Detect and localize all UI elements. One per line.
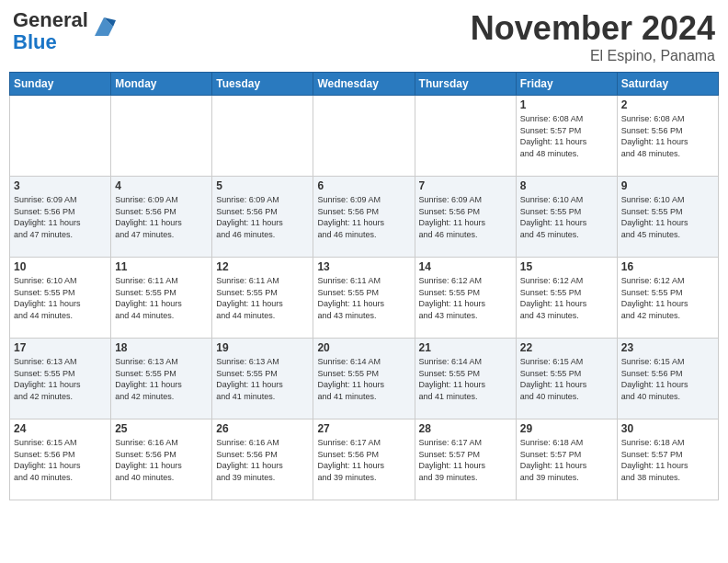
calendar-cell: 21Sunrise: 6:14 AM Sunset: 5:55 PM Dayli… <box>415 339 516 419</box>
calendar-cell: 14Sunrise: 6:12 AM Sunset: 5:55 PM Dayli… <box>415 258 516 339</box>
day-info: Sunrise: 6:11 AM Sunset: 5:55 PM Dayligh… <box>317 275 410 321</box>
day-number: 16 <box>621 260 714 273</box>
day-info: Sunrise: 6:11 AM Sunset: 5:55 PM Dayligh… <box>216 275 309 321</box>
calendar-cell: 24Sunrise: 6:15 AM Sunset: 5:56 PM Dayli… <box>10 419 111 500</box>
day-number: 4 <box>115 179 208 192</box>
day-number: 25 <box>115 422 208 435</box>
calendar-table: SundayMondayTuesdayWednesdayThursdayFrid… <box>9 72 719 500</box>
calendar-cell: 16Sunrise: 6:12 AM Sunset: 5:55 PM Dayli… <box>617 258 718 339</box>
day-number: 26 <box>216 422 309 435</box>
day-number: 5 <box>216 179 309 192</box>
calendar-cell <box>313 96 415 177</box>
day-info: Sunrise: 6:13 AM Sunset: 5:55 PM Dayligh… <box>216 356 309 402</box>
day-number: 2 <box>621 98 714 111</box>
day-info: Sunrise: 6:09 AM Sunset: 5:56 PM Dayligh… <box>419 194 512 240</box>
month-title: November 2024 <box>471 9 715 48</box>
day-info: Sunrise: 6:17 AM Sunset: 5:56 PM Dayligh… <box>317 437 410 483</box>
calendar-cell: 1Sunrise: 6:08 AM Sunset: 5:57 PM Daylig… <box>516 96 617 177</box>
day-number: 17 <box>14 341 107 354</box>
day-number: 21 <box>419 341 512 354</box>
calendar-cell: 26Sunrise: 6:16 AM Sunset: 5:56 PM Dayli… <box>212 419 313 500</box>
col-header-thursday: Thursday <box>415 73 516 96</box>
col-header-friday: Friday <box>516 73 617 96</box>
calendar-cell: 11Sunrise: 6:11 AM Sunset: 5:55 PM Dayli… <box>111 258 212 339</box>
day-number: 3 <box>14 179 107 192</box>
logo: GeneralBlue <box>13 9 118 53</box>
day-info: Sunrise: 6:17 AM Sunset: 5:57 PM Dayligh… <box>419 437 512 483</box>
day-number: 30 <box>621 422 714 435</box>
col-header-wednesday: Wednesday <box>313 73 415 96</box>
calendar-cell: 13Sunrise: 6:11 AM Sunset: 5:55 PM Dayli… <box>313 258 415 339</box>
day-info: Sunrise: 6:14 AM Sunset: 5:55 PM Dayligh… <box>317 356 410 402</box>
day-number: 19 <box>216 341 309 354</box>
day-info: Sunrise: 6:09 AM Sunset: 5:56 PM Dayligh… <box>216 194 309 240</box>
col-header-sunday: Sunday <box>10 73 111 96</box>
location: El Espino, Panama <box>471 48 715 64</box>
day-number: 18 <box>115 341 208 354</box>
logo-text: GeneralBlue <box>13 9 88 53</box>
day-info: Sunrise: 6:18 AM Sunset: 5:57 PM Dayligh… <box>520 437 613 483</box>
day-info: Sunrise: 6:13 AM Sunset: 5:55 PM Dayligh… <box>14 356 107 402</box>
day-info: Sunrise: 6:10 AM Sunset: 5:55 PM Dayligh… <box>14 275 107 321</box>
calendar-cell <box>111 96 212 177</box>
calendar-cell: 6Sunrise: 6:09 AM Sunset: 5:56 PM Daylig… <box>313 177 415 258</box>
day-number: 10 <box>14 260 107 273</box>
day-info: Sunrise: 6:10 AM Sunset: 5:55 PM Dayligh… <box>520 194 613 240</box>
day-number: 11 <box>115 260 208 273</box>
calendar-cell: 3Sunrise: 6:09 AM Sunset: 5:56 PM Daylig… <box>10 177 111 258</box>
calendar-cell: 30Sunrise: 6:18 AM Sunset: 5:57 PM Dayli… <box>617 419 718 500</box>
calendar-cell: 29Sunrise: 6:18 AM Sunset: 5:57 PM Dayli… <box>516 419 617 500</box>
calendar-cell: 17Sunrise: 6:13 AM Sunset: 5:55 PM Dayli… <box>10 339 111 419</box>
calendar-cell: 23Sunrise: 6:15 AM Sunset: 5:56 PM Dayli… <box>617 339 718 419</box>
day-number: 12 <box>216 260 309 273</box>
day-number: 14 <box>419 260 512 273</box>
day-number: 22 <box>520 341 613 354</box>
day-number: 1 <box>520 98 613 111</box>
day-number: 23 <box>621 341 714 354</box>
day-info: Sunrise: 6:11 AM Sunset: 5:55 PM Dayligh… <box>115 275 208 321</box>
calendar-cell: 19Sunrise: 6:13 AM Sunset: 5:55 PM Dayli… <box>212 339 313 419</box>
day-info: Sunrise: 6:12 AM Sunset: 5:55 PM Dayligh… <box>520 275 613 321</box>
day-number: 24 <box>14 422 107 435</box>
day-number: 6 <box>317 179 410 192</box>
col-header-monday: Monday <box>111 73 212 96</box>
calendar-cell: 28Sunrise: 6:17 AM Sunset: 5:57 PM Dayli… <box>415 419 516 500</box>
day-info: Sunrise: 6:08 AM Sunset: 5:57 PM Dayligh… <box>520 113 613 159</box>
day-info: Sunrise: 6:15 AM Sunset: 5:56 PM Dayligh… <box>621 356 714 402</box>
calendar-cell <box>10 96 111 177</box>
day-number: 29 <box>520 422 613 435</box>
day-info: Sunrise: 6:12 AM Sunset: 5:55 PM Dayligh… <box>419 275 512 321</box>
calendar-cell: 8Sunrise: 6:10 AM Sunset: 5:55 PM Daylig… <box>516 177 617 258</box>
day-info: Sunrise: 6:09 AM Sunset: 5:56 PM Dayligh… <box>14 194 107 240</box>
day-number: 7 <box>419 179 512 192</box>
calendar-cell: 12Sunrise: 6:11 AM Sunset: 5:55 PM Dayli… <box>212 258 313 339</box>
title-area: November 2024 El Espino, Panama <box>471 9 715 64</box>
day-info: Sunrise: 6:10 AM Sunset: 5:55 PM Dayligh… <box>621 194 714 240</box>
calendar-cell: 7Sunrise: 6:09 AM Sunset: 5:56 PM Daylig… <box>415 177 516 258</box>
calendar-cell: 15Sunrise: 6:12 AM Sunset: 5:55 PM Dayli… <box>516 258 617 339</box>
day-info: Sunrise: 6:09 AM Sunset: 5:56 PM Dayligh… <box>317 194 410 240</box>
calendar-cell: 20Sunrise: 6:14 AM Sunset: 5:55 PM Dayli… <box>313 339 415 419</box>
day-number: 9 <box>621 179 714 192</box>
day-info: Sunrise: 6:13 AM Sunset: 5:55 PM Dayligh… <box>115 356 208 402</box>
day-info: Sunrise: 6:15 AM Sunset: 5:55 PM Dayligh… <box>520 356 613 402</box>
day-number: 8 <box>520 179 613 192</box>
day-info: Sunrise: 6:09 AM Sunset: 5:56 PM Dayligh… <box>115 194 208 240</box>
calendar-cell: 4Sunrise: 6:09 AM Sunset: 5:56 PM Daylig… <box>111 177 212 258</box>
calendar-cell: 25Sunrise: 6:16 AM Sunset: 5:56 PM Dayli… <box>111 419 212 500</box>
day-number: 13 <box>317 260 410 273</box>
day-info: Sunrise: 6:16 AM Sunset: 5:56 PM Dayligh… <box>216 437 309 483</box>
day-number: 20 <box>317 341 410 354</box>
col-header-tuesday: Tuesday <box>212 73 313 96</box>
day-info: Sunrise: 6:18 AM Sunset: 5:57 PM Dayligh… <box>621 437 714 483</box>
day-number: 28 <box>419 422 512 435</box>
day-info: Sunrise: 6:08 AM Sunset: 5:56 PM Dayligh… <box>621 113 714 159</box>
calendar-cell: 2Sunrise: 6:08 AM Sunset: 5:56 PM Daylig… <box>617 96 718 177</box>
day-info: Sunrise: 6:15 AM Sunset: 5:56 PM Dayligh… <box>14 437 107 483</box>
calendar-cell <box>212 96 313 177</box>
calendar-cell: 5Sunrise: 6:09 AM Sunset: 5:56 PM Daylig… <box>212 177 313 258</box>
calendar-cell <box>415 96 516 177</box>
logo-icon <box>90 13 118 40</box>
day-number: 27 <box>317 422 410 435</box>
calendar-cell: 10Sunrise: 6:10 AM Sunset: 5:55 PM Dayli… <box>10 258 111 339</box>
